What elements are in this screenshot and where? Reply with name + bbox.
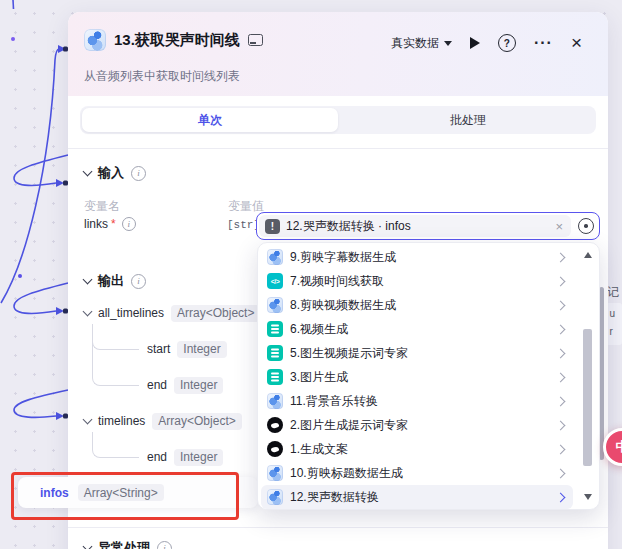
dropdown-item[interactable]: 1.生成文案 [261,437,573,461]
dropdown-item[interactable]: 8.剪映视频数据生成 [261,293,573,317]
type-badge: Integer [177,341,226,358]
output-row-end2: end Integer [147,448,223,466]
canvas-dot-accent [11,37,15,41]
output-row-end: end Integer [147,376,223,394]
tree-connector [92,324,139,386]
chevron-right-icon [556,348,566,358]
scroll-up-icon[interactable] [584,252,592,258]
type-badge: Integer [174,449,223,466]
chevron-down-icon[interactable] [83,414,93,424]
canvas-dot-accent [18,274,22,278]
plugin-icon [267,345,283,361]
data-mode-label: 真实数据 [391,35,439,52]
type-badge: Array<Object> [171,305,260,322]
dropdown-item-label: 1.生成文案 [290,441,550,458]
dropdown-item[interactable]: 5.图生视频提示词专家 [261,341,573,365]
scrollbar-thumb[interactable] [583,329,592,466]
dropdown-item[interactable]: 2.图片生成提示词专家 [261,413,573,437]
chevron-right-icon [556,420,566,430]
edge-arrowheads [56,45,66,420]
output-name: all_timelines [98,306,164,320]
chevron-down-icon[interactable] [83,166,93,176]
edge-loop-2 [14,283,68,313]
exception-section-title: 异常处理 [98,539,150,549]
run-node-button[interactable] [470,37,480,49]
plugin-icon [267,321,283,337]
rename-panel-icon[interactable] [248,34,263,46]
dropdown-scrollbar [580,246,596,506]
type-badge: Array<String> [78,484,164,501]
dropdown-item-label: 12.哭声数据转换 [290,489,550,506]
chevron-right-icon [556,252,566,262]
input-section-header[interactable]: 输入 i [84,164,146,182]
chevron-down-icon[interactable] [83,306,93,316]
required-mark: * [111,217,116,231]
type-badge: Integer [174,377,223,394]
dropdown-item-label: 6.视频生成 [290,321,550,338]
plugin-icon [267,441,283,457]
chevron-down-icon[interactable] [83,541,93,549]
plugin-icon [267,273,283,289]
output-name: timelines [98,414,145,428]
panel-header: 13.获取哭声时间线 真实数据 ? ··· × 从音频列表中获取时间线列表 [68,12,608,96]
tree-connector [92,432,139,458]
chevron-right-icon [556,324,566,334]
clear-value-icon[interactable]: × [553,219,565,234]
select-reference-icon[interactable] [573,218,599,234]
divider [68,527,608,528]
output-section-title: 输出 [98,272,124,290]
exception-section-header[interactable]: 异常处理 i [84,539,172,549]
tab-batch[interactable]: 批处理 [340,106,596,134]
plugin-icon [267,489,283,505]
output-name: start [147,342,170,356]
plugin-icon [267,417,283,433]
output-name: end [147,450,167,464]
dropdown-item-label: 9.剪映字幕数据生成 [290,249,550,266]
data-mode-selector[interactable]: 真实数据 [391,35,452,52]
edge-loop-3 [14,390,68,417]
chevron-down-icon[interactable] [83,274,93,284]
dropdown-item[interactable]: 6.视频生成 [261,317,573,341]
chevron-down-icon [444,41,452,46]
workflow-canvas: 记 : u [ r 13.获取哭声时间线 真实数据 ? ··· × 从音频列表中… [0,0,622,549]
divider [68,148,608,149]
dropdown-item-label: 10.剪映标题数据生成 [290,465,550,482]
chevron-right-icon [556,372,566,382]
param-row-links: links * i [84,217,136,231]
dropdown-item[interactable]: 9.剪映字幕数据生成 [261,245,573,269]
close-icon[interactable]: × [571,35,582,51]
tab-single[interactable]: 单次 [82,108,338,132]
dropdown-list: 9.剪映字幕数据生成 7.视频时间线获取 8.剪映视频数据生成 6.视频生成 5… [261,245,573,509]
output-section-header[interactable]: 输出 i [84,272,146,290]
warning-badge-icon: ! [265,219,280,234]
edge-loop-1 [14,155,68,185]
param-name: links [84,217,108,231]
info-icon: i [122,217,136,231]
output-row-all-timelines: all_timelines Array<Object> [84,304,260,322]
dropdown-item-label: 11.背景音乐转换 [290,393,550,410]
chevron-right-icon [556,468,566,478]
info-icon: i [131,274,146,289]
plugin-icon [267,465,283,481]
reference-dropdown: 9.剪映字幕数据生成 7.视频时间线获取 8.剪映视频数据生成 6.视频生成 5… [257,242,600,510]
reference-value-text: 12.哭声数据转换 · infos [286,218,547,235]
dropdown-item[interactable]: 12.哭声数据转换 [261,485,573,509]
reference-value-input[interactable]: ! 12.哭声数据转换 · infos × [259,215,571,237]
help-icon[interactable]: ? [498,34,516,52]
dropdown-item-label: 3.图片生成 [290,369,550,386]
dropdown-item[interactable]: 7.视频时间线获取 [261,269,573,293]
output-row-infos[interactable]: infos Array<String> [18,477,258,508]
dropdown-item[interactable]: 10.剪映标题数据生成 [261,461,573,485]
scroll-down-icon[interactable] [584,494,592,500]
plugin-icon [267,249,283,265]
dropdown-item[interactable]: 11.背景音乐转换 [261,389,573,413]
chevron-right-icon [556,396,566,406]
column-label-name: 变量名 [84,198,120,215]
dropdown-item-label: 5.图生视频提示词专家 [290,345,550,362]
dropdown-item-label: 7.视频时间线获取 [290,273,550,290]
param-value-field[interactable]: ! 12.哭声数据转换 · infos × [256,212,600,240]
info-icon: i [157,541,172,549]
edge-stub-top [13,0,14,9]
more-options-icon[interactable]: ··· [534,38,553,48]
dropdown-item[interactable]: 3.图片生成 [261,365,573,389]
